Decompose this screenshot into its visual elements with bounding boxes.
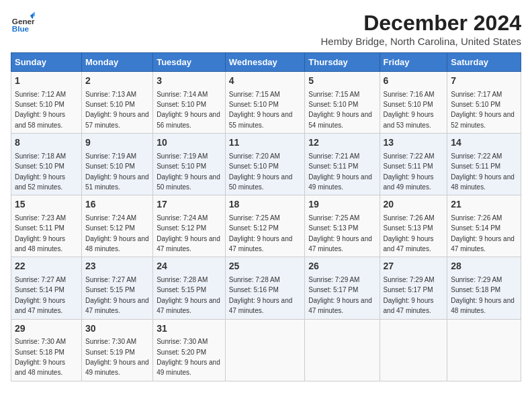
day-daylight-label: Daylight: 9 hours and 47 minutes. [384, 297, 434, 314]
day-daylight-label: Daylight: 9 hours and 47 minutes. [157, 297, 220, 314]
day-sunset: Sunset: 5:19 PM [85, 349, 135, 356]
day-sunset: Sunset: 5:10 PM [85, 101, 135, 108]
day-sunrise: Sunrise: 7:14 AM [157, 91, 208, 98]
day-number: 18 [229, 198, 302, 212]
day-daylight-label: Daylight: 9 hours and 48 minutes. [451, 173, 515, 191]
day-number: 24 [157, 260, 222, 273]
week-row-1: 1Sunrise: 7:12 AMSunset: 5:10 PMDaylight… [11, 72, 521, 134]
empty-cell [380, 319, 447, 381]
day-number: 15 [15, 198, 78, 212]
day-cell-27: 27Sunrise: 7:29 AMSunset: 5:17 PMDayligh… [380, 257, 447, 319]
day-number: 2 [85, 75, 149, 88]
day-sunrise: Sunrise: 7:26 AM [384, 214, 435, 222]
day-daylight-label: Daylight: 9 hours and 49 minutes. [157, 359, 220, 376]
day-daylight-label: Daylight: 9 hours and 58 minutes. [15, 111, 65, 128]
day-sunset: Sunset: 5:12 PM [157, 224, 206, 232]
header-monday: Monday [82, 53, 153, 72]
day-number: 16 [85, 198, 149, 212]
day-sunset: Sunset: 5:10 PM [15, 101, 64, 108]
day-number: 5 [308, 75, 375, 88]
day-sunrise: Sunrise: 7:15 AM [229, 91, 280, 98]
header-tuesday: Tuesday [153, 53, 226, 72]
day-sunset: Sunset: 5:10 PM [308, 101, 358, 108]
day-number: 31 [157, 322, 222, 336]
day-sunrise: Sunrise: 7:30 AM [15, 338, 66, 345]
day-number: 26 [308, 260, 375, 273]
day-sunset: Sunset: 5:10 PM [157, 101, 206, 108]
day-sunset: Sunset: 5:11 PM [15, 224, 64, 232]
day-sunrise: Sunrise: 7:13 AM [85, 91, 136, 98]
day-number: 6 [384, 75, 444, 88]
day-cell-26: 26Sunrise: 7:29 AMSunset: 5:17 PMDayligh… [305, 257, 380, 319]
day-sunset: Sunset: 5:17 PM [384, 286, 433, 293]
header-friday: Friday [380, 53, 447, 72]
day-sunset: Sunset: 5:10 PM [229, 163, 279, 170]
day-sunrise: Sunrise: 7:19 AM [157, 152, 208, 160]
svg-text:Blue: Blue [12, 24, 30, 33]
day-daylight-label: Daylight: 9 hours and 47 minutes. [157, 235, 220, 253]
day-sunrise: Sunrise: 7:18 AM [15, 152, 66, 160]
day-number: 9 [85, 136, 149, 150]
day-cell-15: 15Sunrise: 7:23 AMSunset: 5:11 PMDayligh… [11, 195, 82, 257]
day-cell-24: 24Sunrise: 7:28 AMSunset: 5:15 PMDayligh… [153, 257, 226, 319]
day-number: 29 [15, 322, 78, 336]
day-daylight-label: Daylight: 9 hours and 52 minutes. [451, 111, 515, 128]
week-row-4: 22Sunrise: 7:27 AMSunset: 5:14 PMDayligh… [11, 257, 521, 319]
day-sunset: Sunset: 5:15 PM [85, 286, 135, 293]
day-number: 10 [157, 136, 222, 150]
day-daylight-label: Daylight: 9 hours and 48 minutes. [451, 297, 515, 314]
day-sunset: Sunset: 5:18 PM [451, 286, 500, 293]
day-number: 25 [229, 260, 302, 273]
day-sunset: Sunset: 5:11 PM [308, 163, 358, 170]
day-sunrise: Sunrise: 7:27 AM [85, 276, 136, 283]
day-sunset: Sunset: 5:12 PM [229, 224, 279, 232]
day-daylight-label: Daylight: 9 hours and 47 minutes. [85, 297, 149, 314]
day-sunrise: Sunrise: 7:26 AM [451, 214, 502, 222]
day-sunset: Sunset: 5:18 PM [15, 349, 64, 356]
day-cell-1: 1Sunrise: 7:12 AMSunset: 5:10 PMDaylight… [11, 72, 82, 134]
day-sunset: Sunset: 5:15 PM [157, 286, 206, 293]
day-cell-12: 12Sunrise: 7:21 AMSunset: 5:11 PMDayligh… [305, 134, 380, 195]
day-number: 4 [229, 75, 302, 88]
location: Hemby Bridge, North Carolina, United Sta… [321, 36, 521, 47]
day-cell-11: 11Sunrise: 7:20 AMSunset: 5:10 PMDayligh… [225, 134, 305, 195]
day-sunrise: Sunrise: 7:23 AM [15, 214, 66, 222]
day-cell-29: 29Sunrise: 7:30 AMSunset: 5:18 PMDayligh… [11, 319, 82, 381]
day-cell-16: 16Sunrise: 7:24 AMSunset: 5:12 PMDayligh… [82, 195, 153, 257]
day-daylight-label: Daylight: 9 hours and 56 minutes. [157, 111, 220, 128]
day-sunrise: Sunrise: 7:16 AM [384, 91, 435, 98]
header-sunday: Sunday [11, 53, 82, 72]
day-sunrise: Sunrise: 7:19 AM [85, 152, 136, 160]
empty-cell [225, 319, 305, 381]
day-cell-8: 8Sunrise: 7:18 AMSunset: 5:10 PMDaylight… [11, 134, 82, 195]
day-cell-13: 13Sunrise: 7:22 AMSunset: 5:11 PMDayligh… [380, 134, 447, 195]
day-sunset: Sunset: 5:10 PM [85, 163, 135, 170]
day-sunrise: Sunrise: 7:28 AM [229, 276, 280, 283]
day-number: 13 [384, 136, 444, 150]
day-sunrise: Sunrise: 7:29 AM [384, 276, 435, 283]
day-sunset: Sunset: 5:11 PM [451, 163, 500, 170]
day-sunset: Sunset: 5:14 PM [451, 224, 500, 232]
day-cell-19: 19Sunrise: 7:25 AMSunset: 5:13 PMDayligh… [305, 195, 380, 257]
day-daylight-label: Daylight: 9 hours and 55 minutes. [229, 111, 293, 128]
day-number: 30 [85, 322, 149, 336]
day-cell-21: 21Sunrise: 7:26 AMSunset: 5:14 PMDayligh… [447, 195, 521, 257]
title-block: December 2024 Hemby Bridge, North Caroli… [321, 11, 521, 47]
day-sunrise: Sunrise: 7:24 AM [157, 214, 208, 222]
day-number: 20 [384, 198, 444, 212]
day-daylight-label: Daylight: 9 hours and 48 minutes. [85, 235, 149, 253]
day-number: 3 [157, 75, 222, 88]
day-cell-31: 31Sunrise: 7:30 AMSunset: 5:20 PMDayligh… [153, 319, 226, 381]
day-sunrise: Sunrise: 7:25 AM [308, 214, 359, 222]
day-sunrise: Sunrise: 7:15 AM [308, 91, 359, 98]
day-number: 14 [451, 136, 517, 150]
day-sunrise: Sunrise: 7:24 AM [85, 214, 136, 222]
week-row-2: 8Sunrise: 7:18 AMSunset: 5:10 PMDaylight… [11, 134, 521, 195]
empty-cell [447, 319, 521, 381]
day-sunset: Sunset: 5:14 PM [15, 286, 64, 293]
day-number: 7 [451, 75, 517, 88]
day-daylight-label: Daylight: 9 hours and 47 minutes. [308, 297, 372, 314]
day-sunset: Sunset: 5:11 PM [384, 163, 433, 170]
day-cell-6: 6Sunrise: 7:16 AMSunset: 5:10 PMDaylight… [380, 72, 447, 134]
day-sunset: Sunset: 5:20 PM [157, 349, 206, 356]
